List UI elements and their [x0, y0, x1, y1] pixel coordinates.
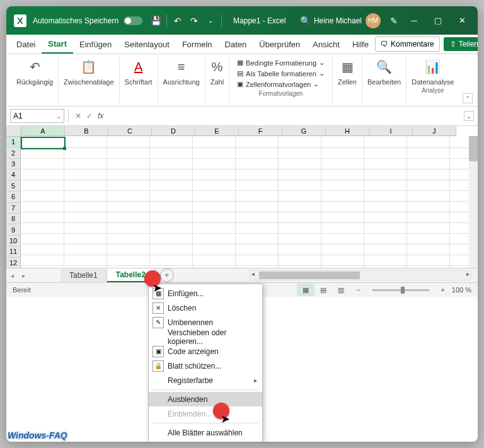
cells-area[interactable]: [21, 137, 478, 268]
column-header[interactable]: H: [326, 126, 369, 136]
ctx-protect-sheet[interactable]: 🔒Blatt schützen...: [149, 359, 262, 373]
tab-ueberpruefen[interactable]: Überprüfen: [253, 36, 306, 53]
cancel-formula-icon[interactable]: ✕: [72, 110, 84, 122]
ribbon-group-analysis[interactable]: 📊 Datenanalyse Analyse: [406, 57, 459, 103]
row-header[interactable]: 11: [6, 246, 21, 257]
status-ready: Bereit: [13, 286, 31, 294]
column-header[interactable]: C: [108, 126, 152, 136]
ribbon-group-clipboard[interactable]: 📋 Zwischenablage: [59, 57, 120, 103]
clipboard-icon: 📋: [81, 58, 96, 76]
tab-ansicht[interactable]: Ansicht: [306, 36, 346, 53]
sheet-nav-next[interactable]: ▸: [18, 270, 29, 281]
comments-button[interactable]: 🗨Kommentare: [375, 37, 440, 52]
ctx-select-all-sheets[interactable]: Alle Blätter auswählen: [149, 425, 262, 440]
cell-styles-icon: ▣: [237, 80, 243, 88]
ctx-delete[interactable]: ✕Löschen: [149, 301, 262, 315]
zoom-out-button[interactable]: −: [350, 284, 367, 296]
user-name: Heine Michael: [314, 16, 362, 25]
font-icon: A: [134, 58, 142, 76]
tab-einfuegen[interactable]: Einfügen: [73, 36, 118, 53]
column-header[interactable]: E: [195, 126, 239, 136]
column-header[interactable]: I: [369, 126, 413, 136]
title-bar: X Automatisches Speichern 💾 ↶ ↷ ⌄ Mappe1…: [6, 6, 478, 35]
column-header[interactable]: B: [65, 126, 108, 136]
tab-hilfe[interactable]: Hilfe: [346, 36, 375, 53]
tab-daten[interactable]: Daten: [219, 36, 253, 53]
coming-soon-icon[interactable]: ✎: [386, 13, 402, 29]
row-header[interactable]: 9: [6, 224, 21, 235]
row-header[interactable]: 12: [6, 258, 21, 268]
alignment-icon: ≡: [178, 58, 185, 76]
minimize-button[interactable]: ─: [402, 9, 426, 33]
row-header[interactable]: 10: [6, 236, 21, 246]
collapse-ribbon-button[interactable]: ⌃: [463, 93, 473, 103]
spreadsheet-grid: ABCDEFGHIJ 123456789101112: [6, 126, 478, 268]
view-layout-button[interactable]: ▤: [314, 284, 332, 296]
cond-format-icon: ▦: [237, 59, 243, 67]
row-header[interactable]: 6: [6, 192, 21, 202]
enter-formula-icon[interactable]: ✓: [84, 110, 95, 122]
row-header[interactable]: 3: [6, 159, 21, 169]
column-header[interactable]: F: [239, 126, 282, 136]
save-icon[interactable]: 💾: [147, 13, 164, 29]
app-icon: X: [14, 14, 26, 27]
column-header[interactable]: A: [21, 126, 65, 136]
column-header[interactable]: J: [413, 126, 456, 136]
formula-input[interactable]: [106, 109, 464, 123]
conditional-formatting-button[interactable]: ▦Bedingte Formatierung ⌄: [234, 58, 327, 67]
ribbon-group-alignment[interactable]: ≡ Ausrichtung: [158, 57, 205, 103]
sheet-nav-prev[interactable]: ◂: [6, 270, 18, 281]
tab-datei[interactable]: Datei: [10, 36, 42, 53]
horizontal-scrollbar[interactable]: [250, 270, 471, 280]
row-header[interactable]: 5: [6, 181, 21, 192]
column-header[interactable]: G: [282, 126, 326, 136]
close-button[interactable]: ✕: [450, 9, 474, 33]
zoom-slider[interactable]: [372, 289, 429, 291]
row-header[interactable]: 4: [6, 169, 21, 180]
cell-styles-button[interactable]: ▣Zellenformatvorlagen ⌄: [234, 79, 327, 89]
row-header[interactable]: 7: [6, 203, 21, 214]
ribbon-group-number[interactable]: % Zahl: [205, 57, 229, 103]
tab-formeln[interactable]: Formeln: [176, 36, 219, 53]
maximize-button[interactable]: ▢: [426, 9, 450, 33]
sheet-tab-tabelle1[interactable]: Tabelle1: [60, 269, 107, 282]
ctx-unhide: Einblenden...: [149, 406, 262, 421]
sheet-context-menu: ▦Einfügen... ✕Löschen ✎Umbenennen Versch…: [148, 284, 263, 442]
comment-icon: 🗨: [381, 40, 388, 49]
column-header[interactable]: D: [152, 126, 195, 136]
search-icon[interactable]: 🔍: [297, 13, 313, 29]
tab-seitenlayout[interactable]: Seitenlayout: [118, 36, 176, 53]
view-pagebreak-button[interactable]: ▥: [332, 284, 350, 296]
view-normal-button[interactable]: ▦: [297, 284, 314, 296]
ctx-view-code[interactable]: ▣Code anzeigen: [149, 344, 262, 359]
row-header[interactable]: 1: [6, 137, 21, 147]
ribbon-group-cells[interactable]: ▦ Zellen: [333, 57, 362, 103]
vertical-scrollbar[interactable]: [469, 136, 478, 268]
redo-icon[interactable]: ↷: [186, 13, 202, 29]
ribbon-group-undo[interactable]: ↶ Rückgängig: [11, 57, 59, 103]
ctx-tab-color[interactable]: Registerfarbe: [149, 373, 262, 388]
qa-dropdown-icon[interactable]: ⌄: [202, 13, 219, 29]
ctx-insert[interactable]: ▦Einfügen...: [149, 286, 262, 301]
row-header[interactable]: 2: [6, 147, 21, 158]
ctx-hide[interactable]: Ausblenden: [149, 392, 262, 406]
undo-icon[interactable]: ↶: [170, 13, 186, 29]
cursor-icon: ➤: [221, 412, 230, 426]
cursor-icon: ➤: [153, 281, 162, 295]
active-cell[interactable]: [21, 137, 66, 149]
share-button[interactable]: ⇪Teilen: [444, 37, 478, 51]
ribbon-group-editing[interactable]: 🔍 Bearbeiten: [362, 57, 406, 103]
add-sheet-button[interactable]: +: [160, 268, 174, 282]
select-all-corner[interactable]: [6, 126, 21, 137]
tab-start[interactable]: Start: [42, 35, 73, 54]
row-header[interactable]: 8: [6, 214, 21, 224]
zoom-in-button[interactable]: +: [434, 284, 452, 296]
ribbon-group-font[interactable]: A Schriftart: [120, 57, 158, 103]
fx-icon[interactable]: fx: [98, 112, 103, 120]
user-avatar[interactable]: HM: [366, 13, 381, 28]
name-box[interactable]: A1: [10, 109, 64, 123]
ctx-move-copy[interactable]: Verschieben oder kopieren...: [149, 330, 262, 344]
format-as-table-button[interactable]: ▤Als Tabelle formatieren ⌄: [234, 69, 327, 78]
autosave-toggle[interactable]: [124, 16, 142, 25]
expand-formula-bar-button[interactable]: ⌄: [464, 111, 474, 121]
